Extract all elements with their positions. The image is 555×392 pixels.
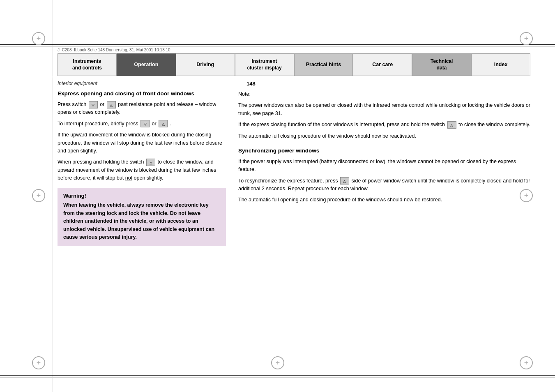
- tab-index[interactable]: Index: [471, 53, 530, 76]
- tab-technical-data[interactable]: Technical data: [412, 53, 471, 76]
- left-column: Express opening and closing of front doo…: [58, 90, 226, 367]
- bottom-line-thin: [0, 377, 555, 378]
- icon-window-up-1: △: [107, 101, 116, 108]
- right-column: Note: The power windows can also be open…: [238, 90, 530, 367]
- para-press-switch: Press switch ▽ or △ past resistance poin…: [58, 101, 226, 117]
- warning-title: Warning!: [63, 193, 220, 199]
- icon-window-down-1: ▽: [89, 101, 98, 108]
- tab-instruments[interactable]: Instruments and controls: [58, 53, 117, 76]
- icon-window-down-2: ▽: [140, 120, 150, 127]
- compass-bottom-left: [32, 356, 45, 369]
- tab-instrument-cluster[interactable]: Instrument cluster display: [235, 53, 294, 76]
- note-para2: If the express closing function of the d…: [238, 121, 530, 129]
- compass-mid-right: [520, 189, 533, 202]
- file-info: J_C208_II.book Seite 148 Donnerstag, 31.…: [58, 48, 170, 52]
- icon-window-up-3: △: [146, 159, 155, 166]
- icon-window-up-4: △: [447, 121, 456, 129]
- warning-box: Warning! When leaving the vehicle, alway…: [58, 188, 226, 246]
- section-title: Interior equipment: [58, 81, 97, 86]
- note-para1: The power windows can also be opened or …: [238, 101, 530, 118]
- top-bar: [0, 44, 555, 45]
- section-heading-express: Express opening and closing of front doo…: [58, 90, 226, 97]
- para-blocked: If the upward movement of the window is …: [58, 131, 226, 155]
- warning-text: When leaving the vehicle, always remove …: [63, 201, 220, 241]
- icon-window-up-5: △: [340, 177, 349, 184]
- sync-para1: If the power supply was interrupted (bat…: [238, 158, 530, 174]
- compass-bottom-mid: [271, 356, 284, 369]
- sync-para3: The automatic full opening and closing p…: [238, 196, 530, 204]
- para-interrupt: To interrupt procedure, briefly press ▽ …: [58, 120, 226, 128]
- compass-bottom-right: [520, 356, 533, 369]
- section-heading-sync: Synchronizing power windows: [238, 148, 530, 154]
- compass-mid-left: [32, 189, 45, 202]
- para-holding: When pressing and holding the switch △ t…: [58, 158, 226, 182]
- sync-para2: To resynchronize the express feature, pr…: [238, 177, 530, 193]
- tab-car-care[interactable]: Car care: [353, 53, 412, 76]
- page-number: 148: [246, 81, 256, 87]
- nav-bottom-line: [0, 77, 555, 77]
- note-label: Note:: [238, 90, 530, 98]
- right-margin-bar: [535, 0, 535, 392]
- tab-driving[interactable]: Driving: [176, 53, 235, 76]
- icon-window-up-2: △: [159, 120, 168, 127]
- compass-top-right: [520, 32, 533, 45]
- bottom-line-thick: [0, 375, 555, 376]
- left-margin-bar: [53, 0, 53, 392]
- compass-top-left: [32, 32, 45, 45]
- content-area: Express opening and closing of front doo…: [58, 90, 530, 367]
- nav-tabs: Instruments and controls Operation Drivi…: [58, 53, 530, 76]
- tab-operation[interactable]: Operation: [117, 53, 176, 76]
- top-bar-thin: [0, 46, 555, 47]
- note-para3: The automatic full closing procedure of …: [238, 132, 530, 140]
- tab-practical-hints[interactable]: Practical hints: [294, 53, 353, 76]
